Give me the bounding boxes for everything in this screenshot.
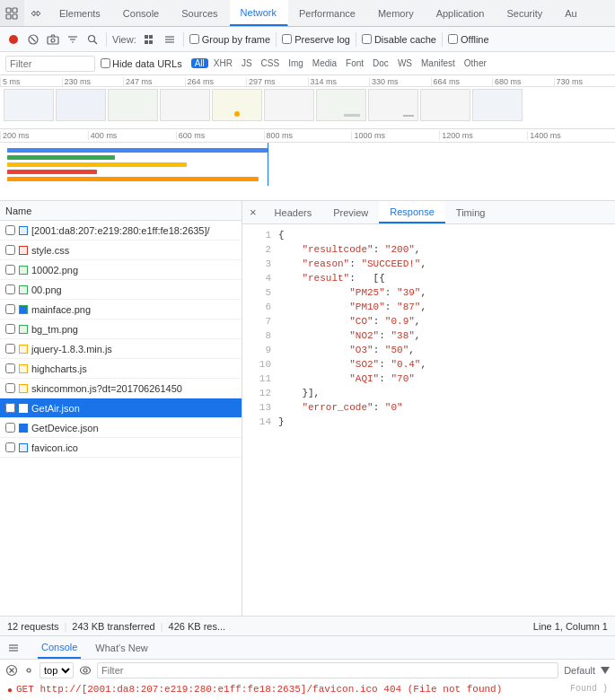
request-item[interactable]: 10002.png <box>0 260 242 280</box>
screenshot-thumb <box>316 89 366 121</box>
clear-console-button[interactable] <box>5 664 18 677</box>
tab-console[interactable]: Console <box>112 0 171 26</box>
group-by-frame-input[interactable] <box>189 34 199 44</box>
svg-rect-15 <box>149 35 153 39</box>
request-checkbox[interactable] <box>5 245 15 255</box>
filter-type-css[interactable]: CSS <box>258 57 284 69</box>
request-item[interactable]: highcharts.js <box>0 359 242 379</box>
code-line: 7 "CO": "0.9", <box>250 314 608 328</box>
timeline-tick: 664 ms <box>431 77 493 86</box>
default-dropdown-icon[interactable] <box>601 667 610 674</box>
request-checkbox[interactable] <box>5 324 15 334</box>
request-item[interactable]: [2001:da8:207:e219:280:e1ff:fe18:2635]/ <box>0 221 242 241</box>
filter-button[interactable] <box>65 31 81 48</box>
timeline-tick: 264 ms <box>185 77 247 86</box>
filter-type-img[interactable]: Img <box>285 57 307 69</box>
close-panel-button[interactable]: × <box>242 201 264 223</box>
tab-sources[interactable]: Sources <box>171 0 229 26</box>
response-tab-timing[interactable]: Timing <box>445 201 496 223</box>
filter-type-media[interactable]: Media <box>309 57 340 69</box>
request-checkbox[interactable] <box>5 304 15 314</box>
request-name: [2001:da8:207:e219:280:e1ff:fe18:2635]/ <box>31 225 210 236</box>
group-by-frame-checkbox[interactable]: Group by frame <box>189 34 270 45</box>
filter-input[interactable] <box>5 56 95 72</box>
request-checkbox[interactable] <box>5 363 15 373</box>
console-filter-input[interactable] <box>97 662 558 678</box>
filter-type-xhr[interactable]: XHR <box>210 57 236 69</box>
file-type-icon <box>19 325 28 334</box>
request-item[interactable]: GetAir.json <box>0 398 242 418</box>
tab-security[interactable]: Security <box>496 0 554 26</box>
filter-type-doc[interactable]: Doc <box>369 57 392 69</box>
console-context-select[interactable]: top <box>40 662 74 678</box>
request-checkbox[interactable] <box>5 284 15 294</box>
waterfall-tick: 600 ms <box>176 131 264 140</box>
tab-memory[interactable]: Memory <box>367 0 426 26</box>
filter-type-manifest[interactable]: Manifest <box>417 57 459 69</box>
tab-application[interactable]: Application <box>426 0 496 26</box>
hide-data-urls-checkbox[interactable]: Hide data URLs <box>101 58 182 69</box>
request-checkbox[interactable] <box>5 265 15 275</box>
request-item[interactable]: bg_tm.png <box>0 319 242 339</box>
console-eye-icon[interactable] <box>79 666 92 675</box>
request-item[interactable]: skincommon.js?dt=201706261450 <box>0 379 242 398</box>
tab-performance[interactable]: Performance <box>288 0 367 26</box>
request-item[interactable]: style.css <box>0 241 242 260</box>
filter-type-font[interactable]: Font <box>342 57 367 69</box>
svg-line-13 <box>94 40 98 44</box>
preserve-log-input[interactable] <box>282 34 292 44</box>
tab-au[interactable]: Au <box>554 0 588 26</box>
code-line: 12 }], <box>250 386 608 400</box>
request-checkbox[interactable] <box>5 423 15 433</box>
console-tab-what's-new[interactable]: What's New <box>92 636 151 659</box>
grid-view-button[interactable] <box>142 31 158 48</box>
hide-data-urls-input[interactable] <box>101 58 110 68</box>
request-item[interactable]: 00.png <box>0 280 242 300</box>
console-settings-icon[interactable] <box>23 665 34 676</box>
request-checkbox[interactable] <box>5 225 15 235</box>
console-tab-console[interactable]: Console <box>38 636 81 659</box>
record-button[interactable] <box>5 31 22 48</box>
tab-elements[interactable]: Elements <box>48 0 112 26</box>
request-item[interactable]: jquery-1.8.3.min.js <box>0 339 242 359</box>
search-button[interactable] <box>84 31 101 48</box>
filter-type-js[interactable]: JS <box>238 57 256 69</box>
screenshot-thumb <box>472 89 523 121</box>
request-list: Name [2001:da8:207:e219:280:e1ff:fe18:26… <box>0 201 242 616</box>
response-tab-response[interactable]: Response <box>379 201 445 223</box>
request-item[interactable]: mainface.png <box>0 300 242 319</box>
disable-cache-checkbox[interactable]: Disable cache <box>362 34 436 45</box>
request-item[interactable]: GetDevice.json <box>0 418 242 438</box>
request-checkbox[interactable] <box>5 383 15 393</box>
filter-type-other[interactable]: Other <box>461 57 490 69</box>
devtools-icon-1[interactable] <box>0 0 24 26</box>
disable-cache-input[interactable] <box>362 34 372 44</box>
request-item[interactable]: favicon.ico <box>0 438 242 458</box>
divider-3 <box>276 32 277 47</box>
offline-checkbox[interactable]: Offline <box>448 34 489 45</box>
request-checkbox[interactable] <box>5 442 15 452</box>
response-tab-preview[interactable]: Preview <box>322 201 379 223</box>
response-tab-headers[interactable]: Headers <box>264 201 323 223</box>
request-checkbox[interactable] <box>5 403 15 413</box>
response-content[interactable]: 1{2 "resultcode": "200",3 "reason": "SUC… <box>242 224 615 616</box>
list-view-button[interactable] <box>162 31 178 48</box>
response-tabs-container: HeadersPreviewResponseTiming <box>264 201 496 223</box>
screenshot-thumb <box>108 89 158 121</box>
preserve-log-checkbox[interactable]: Preserve log <box>282 34 350 45</box>
camera-button[interactable] <box>45 31 61 48</box>
request-name: highcharts.js <box>31 363 87 374</box>
console-header: ConsoleWhat's New <box>0 635 615 659</box>
collapse-drawer-button[interactable] <box>7 642 20 654</box>
offline-input[interactable] <box>448 34 458 44</box>
devtools-icon-2[interactable] <box>24 0 48 26</box>
svg-marker-30 <box>601 667 610 674</box>
console-error-line: ● GET http://[2001:da8:207:e219:280:e1ff… <box>7 682 608 698</box>
filter-type-ws[interactable]: WS <box>394 57 416 69</box>
filter-all-button[interactable]: All <box>191 58 208 68</box>
view-label: View: <box>112 34 136 45</box>
stop-button[interactable] <box>25 31 41 48</box>
tab-network[interactable]: Network <box>230 0 288 26</box>
screenshot-thumb <box>4 89 54 121</box>
request-checkbox[interactable] <box>5 344 15 354</box>
